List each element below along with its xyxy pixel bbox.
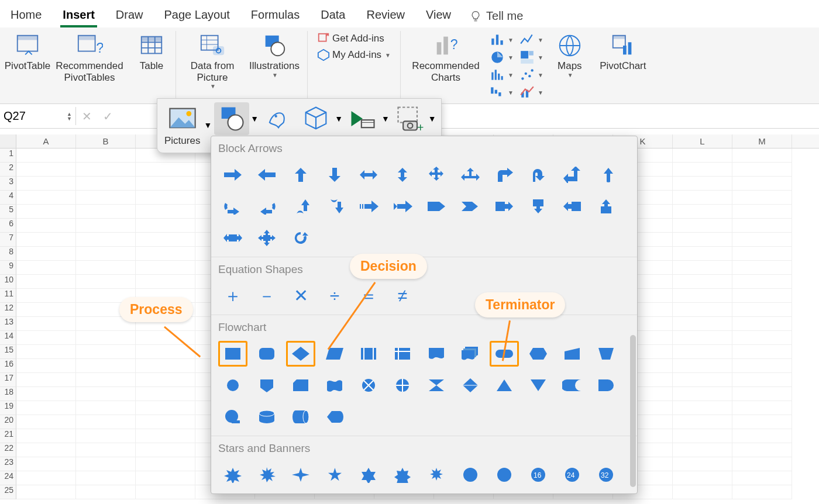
cell[interactable]	[16, 387, 76, 401]
scatter-button[interactable]: ▼	[519, 67, 543, 82]
cell[interactable]	[76, 485, 136, 499]
cell[interactable]	[16, 149, 76, 163]
cell[interactable]	[76, 233, 136, 247]
star-24[interactable]: 24	[558, 462, 587, 488]
cell[interactable]	[136, 275, 195, 289]
cell[interactable]	[76, 415, 136, 429]
cell[interactable]	[16, 443, 76, 457]
flowchart-manual-operation[interactable]	[591, 341, 621, 367]
cell[interactable]	[732, 443, 792, 457]
shapes-scrollbar[interactable]	[630, 335, 636, 487]
cell[interactable]	[673, 261, 732, 275]
cell[interactable]	[76, 149, 136, 163]
cell[interactable]	[76, 163, 136, 177]
cell[interactable]	[136, 191, 195, 205]
cell[interactable]	[16, 205, 76, 219]
cell[interactable]	[136, 387, 195, 401]
star-4[interactable]	[286, 462, 315, 488]
flowchart-document[interactable]	[422, 341, 451, 367]
minus-shape[interactable]: －	[252, 283, 281, 309]
row-header[interactable]: 2	[0, 163, 16, 177]
arrow-up-down[interactable]	[388, 162, 417, 188]
cell[interactable]	[732, 457, 792, 471]
star-12[interactable]	[490, 462, 519, 488]
cell[interactable]	[76, 443, 136, 457]
arrow-bent-right[interactable]	[490, 162, 519, 188]
cell[interactable]	[16, 163, 76, 177]
column-chart-button[interactable]: ▼	[490, 32, 514, 47]
plus-shape[interactable]: ＋	[218, 283, 247, 309]
cell[interactable]	[732, 219, 792, 233]
arrow-left[interactable]	[252, 162, 281, 188]
cell[interactable]	[136, 401, 195, 415]
cell[interactable]	[732, 289, 792, 303]
star-5[interactable]: ★	[320, 462, 349, 488]
arrow-callout-up[interactable]	[591, 194, 621, 219]
arrow-curved-right[interactable]	[218, 194, 247, 219]
line-chart-button[interactable]: ▼	[519, 32, 543, 47]
cell[interactable]	[673, 345, 732, 359]
row-header[interactable]: 20	[0, 415, 16, 429]
screenshot-button[interactable]: +	[392, 102, 427, 135]
arrow-left-right[interactable]	[354, 162, 383, 188]
chevron-down-icon[interactable]: ▼	[428, 114, 436, 123]
cell[interactable]	[136, 415, 195, 429]
arrow-notched-right[interactable]	[388, 194, 417, 219]
data-from-picture-button[interactable]: Data from Picture ▼	[183, 31, 242, 90]
cell[interactable]	[136, 471, 195, 485]
star-32[interactable]: 32	[591, 462, 621, 488]
cell[interactable]	[136, 233, 195, 247]
row-header[interactable]: 3	[0, 177, 16, 191]
arrow-striped-right[interactable]	[354, 194, 383, 219]
cell[interactable]	[673, 471, 732, 485]
flowchart-stored-data[interactable]	[558, 372, 587, 398]
flowchart-multidocument[interactable]	[456, 341, 485, 367]
flowchart-offpage-connector[interactable]	[252, 372, 281, 398]
flowchart-punched-tape[interactable]	[320, 372, 349, 398]
shapes-button[interactable]	[214, 102, 249, 135]
cell[interactable]	[136, 443, 195, 457]
row-header[interactable]: 8	[0, 247, 16, 261]
cell[interactable]	[16, 191, 76, 205]
cell[interactable]	[673, 443, 732, 457]
cell[interactable]	[76, 387, 136, 401]
circular-arrow[interactable]	[286, 225, 315, 251]
cell[interactable]	[16, 415, 76, 429]
cell[interactable]	[16, 485, 76, 499]
row-header[interactable]: 4	[0, 191, 16, 205]
pentagon-arrow[interactable]	[422, 194, 451, 219]
cell[interactable]	[732, 429, 792, 443]
cell[interactable]	[136, 205, 195, 219]
row-header[interactable]: 14	[0, 331, 16, 345]
flowchart-connector[interactable]	[218, 372, 247, 398]
get-addins-button[interactable]: Get Add-ins	[315, 31, 393, 46]
chevron-down-icon[interactable]: ▼	[250, 114, 259, 123]
col-header[interactable]: L	[673, 134, 732, 148]
cell[interactable]	[732, 163, 792, 177]
arrow-curved-up[interactable]	[286, 194, 315, 219]
my-addins-button[interactable]: My Add-ins ▼	[315, 47, 393, 63]
pivottable-button[interactable]: PivotTable	[7, 31, 48, 72]
tab-formulas[interactable]: Formulas	[249, 5, 302, 27]
cell[interactable]	[136, 331, 195, 345]
cell[interactable]	[673, 275, 732, 289]
flowchart-magnetic-disk[interactable]	[252, 404, 281, 430]
tell-me[interactable]: Tell me	[470, 9, 523, 23]
cell[interactable]	[16, 345, 76, 359]
cell[interactable]	[673, 219, 732, 233]
cell[interactable]	[673, 415, 732, 429]
flowchart-preparation[interactable]	[524, 341, 553, 367]
cell[interactable]	[673, 149, 732, 163]
cell[interactable]	[673, 289, 732, 303]
arrow-curved-left[interactable]	[252, 194, 281, 219]
row-header[interactable]: 12	[0, 303, 16, 317]
arrow-callout-left-right[interactable]	[218, 225, 247, 251]
recommended-pivottables-button[interactable]: ? Recommended PivotTables	[51, 31, 128, 83]
row-header[interactable]: 22	[0, 443, 16, 457]
cell[interactable]	[136, 359, 195, 373]
arrow-callout-quad[interactable]	[252, 225, 281, 251]
chevron-down-icon[interactable]: ▼	[381, 114, 390, 123]
arrow-down[interactable]	[320, 162, 349, 188]
cell[interactable]	[16, 261, 76, 275]
cell[interactable]	[673, 317, 732, 331]
